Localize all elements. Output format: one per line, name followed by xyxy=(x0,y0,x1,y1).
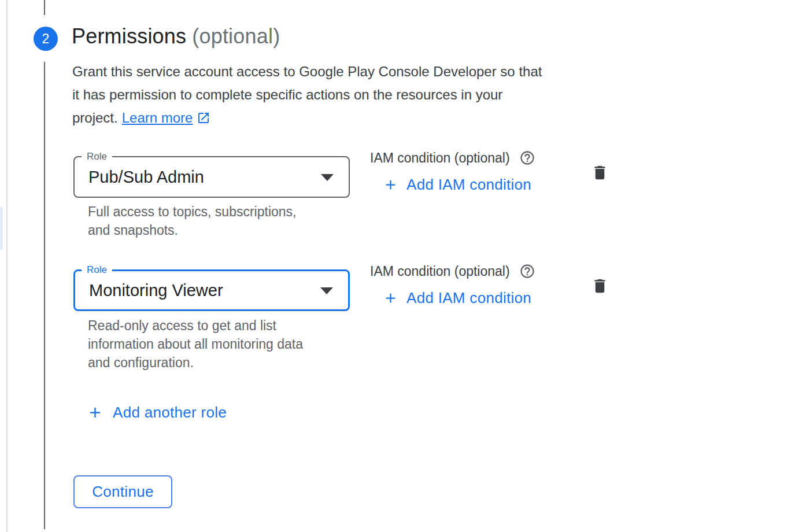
delete-role-button[interactable] xyxy=(589,162,610,183)
stepper-connector-top xyxy=(44,0,45,15)
trash-icon xyxy=(591,277,609,295)
role-description-line: information about all monitoring data xyxy=(88,335,303,353)
add-another-role-label: Add another role xyxy=(113,404,227,422)
role-description: Full access to topics, subscriptions, an… xyxy=(88,202,296,239)
role-field-label: Role xyxy=(82,150,112,163)
trash-icon xyxy=(591,164,609,182)
description-line: Grant this service account access to Goo… xyxy=(72,60,542,83)
dropdown-arrow-icon xyxy=(321,174,334,181)
description-line: project.Learn more xyxy=(72,106,542,132)
role-description-line: and configuration. xyxy=(88,353,303,372)
plus-icon xyxy=(383,177,398,193)
step-description: Grant this service account access to Goo… xyxy=(72,60,542,132)
help-icon[interactable] xyxy=(519,263,535,279)
role-description: Read-only access to get and list informa… xyxy=(88,316,303,372)
plus-icon xyxy=(87,404,103,421)
iam-condition-header: IAM condition (optional) xyxy=(370,263,535,280)
permissions-step-panel: 2 Permissions(optional) Grant this servi… xyxy=(0,0,806,532)
external-link-icon xyxy=(197,109,210,132)
role-field-label: Role xyxy=(82,264,112,276)
role-selected-value: Monitoring Viewer xyxy=(75,281,223,300)
panel-left-border xyxy=(6,0,8,532)
role-description-line: Read-only access to get and list xyxy=(88,316,303,335)
delete-role-button[interactable] xyxy=(589,275,610,296)
add-iam-condition-label: Add IAM condition xyxy=(406,289,531,307)
role-description-line: and snapshots. xyxy=(88,221,296,239)
description-line: it has permission to complete specific a… xyxy=(72,83,542,106)
description-line-text: project. xyxy=(72,110,118,125)
add-iam-condition-button[interactable]: Add IAM condition xyxy=(383,288,531,308)
iam-condition-label: IAM condition (optional) xyxy=(370,264,510,279)
continue-button[interactable]: Continue xyxy=(73,475,172,508)
plus-icon xyxy=(383,290,398,306)
role-selected-value: Pub/Sub Admin xyxy=(75,168,204,187)
add-iam-condition-label: Add IAM condition xyxy=(406,176,531,194)
learn-more-link[interactable]: Learn more xyxy=(122,110,193,125)
role-select[interactable]: Pub/Sub Admin xyxy=(73,156,350,198)
add-another-role-button[interactable]: Add another role xyxy=(87,402,227,423)
role-select[interactable]: Monitoring Viewer xyxy=(73,269,350,311)
scroll-indicator xyxy=(0,207,3,250)
step-number: 2 xyxy=(42,31,50,47)
page-title-row: Permissions(optional) xyxy=(72,24,280,49)
page-title: Permissions xyxy=(72,24,186,48)
add-iam-condition-button[interactable]: Add IAM condition xyxy=(383,175,531,194)
step-2-badge: 2 xyxy=(34,27,58,51)
stepper-connector xyxy=(44,62,45,529)
page-title-suffix: (optional) xyxy=(192,24,280,48)
iam-condition-header: IAM condition (optional) xyxy=(370,149,535,167)
iam-condition-label: IAM condition (optional) xyxy=(370,150,510,166)
dropdown-arrow-icon xyxy=(320,287,333,294)
role-description-line: Full access to topics, subscriptions, xyxy=(88,202,296,221)
help-icon[interactable] xyxy=(519,150,535,166)
